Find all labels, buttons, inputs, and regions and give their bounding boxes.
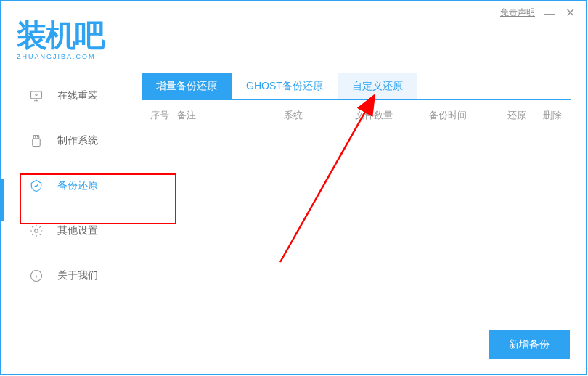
gear-icon — [30, 224, 43, 237]
sidebar-item-reinstall[interactable]: 在线重装 — [1, 73, 139, 118]
monitor-icon — [30, 89, 43, 102]
sidebar-item-label: 制作系统 — [57, 134, 98, 147]
backup-icon — [30, 179, 43, 192]
tab-ghost[interactable]: GHOST备份还原 — [232, 73, 338, 99]
titlebar: 免责声明 — ✕ — [500, 7, 576, 19]
col-header-delete: 删除 — [543, 109, 571, 122]
content-area: 增量备份还原 GHOST备份还原 自定义还原 序号 备注 系统 文件数量 备份时… — [142, 73, 571, 131]
col-header-count: 文件数量 — [355, 109, 430, 122]
col-header-index: 序号 — [142, 109, 177, 122]
table-header: 序号 备注 系统 文件数量 备份时间 还原 删除 — [142, 100, 571, 131]
tabs: 增量备份还原 GHOST备份还原 自定义还原 — [142, 73, 571, 100]
close-button[interactable]: ✕ — [564, 7, 576, 19]
col-header-system: 系统 — [284, 109, 355, 122]
disclaimer-link[interactable]: 免责声明 — [500, 7, 535, 19]
svg-rect-2 — [33, 136, 39, 139]
window-frame: 免责声明 — ✕ 装机吧 ZHUANGJIBA.COM 在线重装 制作系统 备份… — [0, 0, 587, 375]
sidebar-item-settings[interactable]: 其他设置 — [1, 208, 139, 253]
new-backup-button[interactable]: 新增备份 — [489, 330, 570, 359]
col-header-note: 备注 — [177, 109, 284, 122]
sidebar-item-label: 其他设置 — [57, 224, 98, 237]
svg-point-1 — [36, 94, 37, 95]
sidebar-item-create[interactable]: 制作系统 — [1, 118, 139, 163]
col-header-time: 备份时间 — [429, 109, 507, 122]
info-icon — [30, 269, 43, 282]
col-header-restore: 还原 — [507, 109, 543, 122]
logo-text: 装机吧 — [17, 15, 104, 56]
sidebar-item-label: 在线重装 — [57, 89, 98, 102]
sidebar-item-about[interactable]: 关于我们 — [1, 253, 139, 298]
tab-custom[interactable]: 自定义还原 — [338, 73, 417, 99]
usb-icon — [30, 134, 43, 147]
app-logo: 装机吧 ZHUANGJIBA.COM — [17, 15, 104, 60]
svg-rect-3 — [33, 139, 41, 147]
tab-incremental[interactable]: 增量备份还原 — [142, 73, 232, 99]
sidebar-item-label: 备份还原 — [57, 179, 98, 192]
svg-point-6 — [35, 229, 38, 233]
sidebar-item-label: 关于我们 — [57, 269, 98, 282]
minimize-button[interactable]: — — [544, 8, 555, 18]
sidebar-item-backup[interactable]: 备份还原 — [1, 163, 139, 208]
sidebar: 在线重装 制作系统 备份还原 其他设置 关于我们 — [1, 73, 139, 298]
logo-domain: ZHUANGJIBA.COM — [17, 53, 104, 60]
svg-rect-0 — [31, 91, 42, 99]
